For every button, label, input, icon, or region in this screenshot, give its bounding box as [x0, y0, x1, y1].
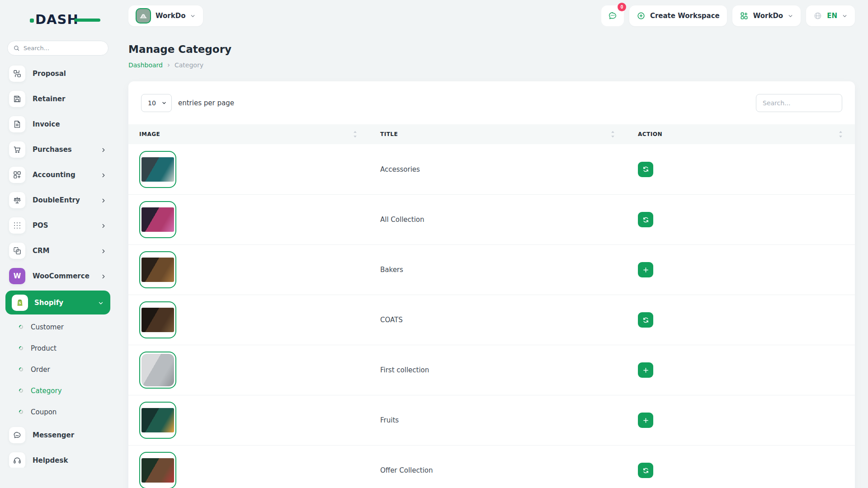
- image-cell: [128, 301, 369, 338]
- thumbnail-image: [142, 308, 174, 332]
- title-cell: Fruits: [369, 416, 627, 424]
- sync-category-button[interactable]: [638, 162, 653, 177]
- table-row: Offer Collection: [128, 445, 855, 488]
- thumbnail-image: [142, 458, 174, 483]
- sidebar-item-accounting[interactable]: Accounting: [0, 162, 116, 188]
- chevron-right-icon: [100, 146, 107, 153]
- topbar: WorkDo 0 Create Workspace WorkDo: [128, 0, 855, 32]
- table-row: COATS: [128, 295, 855, 345]
- sort-arrows-icon[interactable]: [353, 130, 358, 138]
- category-table-card: 10 entries per page IMAGETITLEACTION Acc…: [128, 81, 855, 488]
- sidebar-subitem-coupon[interactable]: Coupon: [0, 401, 116, 422]
- thumbnail-image: [142, 408, 174, 432]
- sidebar-item-messenger[interactable]: Messenger: [0, 422, 116, 448]
- sidebar-item-shopify[interactable]: SShopify: [5, 291, 110, 314]
- entries-per-page-value: 10: [148, 99, 156, 107]
- chevron-right-icon: [100, 248, 107, 254]
- add-category-button[interactable]: [638, 413, 653, 428]
- sidebar-item-label: WooCommerce: [33, 272, 100, 280]
- plus-circle-icon: [637, 11, 646, 20]
- add-category-button[interactable]: [638, 262, 653, 277]
- sidebar-subitem-order[interactable]: Order: [0, 359, 116, 380]
- sidebar-item-invoice[interactable]: Invoice: [0, 112, 116, 137]
- category-thumbnail: [139, 201, 176, 238]
- sidebar-item-label: Shopify: [34, 299, 98, 307]
- sync-category-button[interactable]: [638, 463, 653, 478]
- topbar-actions: 0 Create Workspace WorkDo EN: [601, 5, 855, 26]
- category-thumbnail: [139, 352, 176, 389]
- column-header-image[interactable]: IMAGE: [128, 124, 369, 144]
- logo-dash-accent: [74, 19, 100, 22]
- language-code: EN: [827, 12, 837, 20]
- plus-icon: [642, 366, 650, 374]
- bullet-icon: [18, 324, 24, 330]
- breadcrumb-dashboard-link[interactable]: Dashboard: [128, 61, 163, 69]
- sidebar-item-pos[interactable]: POS: [0, 213, 116, 238]
- bullet-icon: [18, 388, 24, 394]
- action-cell: [627, 262, 855, 277]
- sidebar-item-label: Proposal: [33, 70, 107, 78]
- plus-icon: [642, 417, 650, 424]
- entries-per-page-select[interactable]: 10: [141, 94, 172, 112]
- column-header-title[interactable]: TITLE: [369, 124, 627, 144]
- chevron-right-icon: [100, 273, 107, 279]
- chevron-right-icon: [100, 222, 107, 229]
- chevron-down-icon: [161, 100, 167, 106]
- column-header-label: ACTION: [638, 131, 662, 137]
- sidebar-item-woocommerce[interactable]: WWooCommerce: [0, 263, 116, 289]
- refresh-icon: [642, 216, 650, 224]
- sidebar-item-label: POS: [33, 221, 100, 230]
- messages-button[interactable]: 0: [601, 5, 624, 26]
- thumbnail-image: [142, 258, 174, 282]
- table-header-row: IMAGETITLEACTION: [128, 124, 855, 144]
- sync-category-button[interactable]: [638, 312, 653, 328]
- sidebar-item-purchases[interactable]: Purchases: [0, 137, 116, 162]
- sidebar: DASH ProposalRetainerInvoicePurchasesAcc…: [0, 0, 116, 488]
- logo-text: DASH: [35, 13, 79, 26]
- bullet-icon: [18, 409, 24, 415]
- sort-arrows-icon[interactable]: [610, 130, 615, 138]
- sidebar-subitem-label: Coupon: [31, 408, 57, 416]
- purchases-icon: [9, 141, 25, 158]
- table-search-input[interactable]: [756, 94, 842, 112]
- sidebar-subitem-category[interactable]: Category: [0, 380, 116, 401]
- chevron-down-icon: [788, 13, 793, 19]
- sidebar-item-label: Helpdesk: [33, 456, 107, 465]
- action-cell: [627, 162, 855, 177]
- workspace-switcher[interactable]: WorkDo: [128, 5, 203, 26]
- chevron-right-icon: [100, 197, 107, 203]
- sidebar-item-retainer[interactable]: Retainer: [0, 86, 116, 112]
- category-table: IMAGETITLEACTION AccessoriesAll Collecti…: [128, 124, 855, 488]
- sidebar-item-label: Invoice: [33, 120, 107, 128]
- sidebar-search[interactable]: [7, 41, 108, 56]
- sync-category-button[interactable]: [638, 212, 653, 227]
- messages-badge: 0: [618, 3, 626, 11]
- app-logo[interactable]: DASH: [30, 12, 89, 27]
- refresh-icon: [642, 165, 650, 173]
- sidebar-item-doubleentry[interactable]: DoubleEntry: [0, 188, 116, 213]
- woocommerce-icon: W: [9, 268, 25, 284]
- sidebar-item-crm[interactable]: CRM: [0, 238, 116, 263]
- image-cell: [128, 151, 369, 188]
- chevron-down-icon: [842, 13, 848, 19]
- sidebar-subitem-customer[interactable]: Customer: [0, 316, 116, 338]
- language-selector[interactable]: EN: [806, 5, 855, 26]
- helpdesk-icon: [9, 452, 25, 468]
- workdo-menu-button[interactable]: WorkDo: [732, 5, 801, 26]
- proposal-icon: [9, 66, 25, 82]
- column-header-action[interactable]: ACTION: [627, 124, 855, 144]
- sort-arrows-icon[interactable]: [838, 130, 843, 138]
- create-workspace-button[interactable]: Create Workspace: [629, 5, 727, 26]
- sidebar-search-input[interactable]: [24, 45, 103, 52]
- add-category-button[interactable]: [638, 362, 653, 378]
- thumbnail-image: [142, 157, 174, 182]
- sidebar-item-helpdesk[interactable]: Helpdesk: [0, 448, 116, 468]
- sidebar-subitem-label: Order: [31, 366, 50, 374]
- sidebar-item-proposal[interactable]: Proposal: [0, 61, 116, 86]
- action-cell: [627, 463, 855, 478]
- pos-icon: [9, 217, 25, 234]
- svg-text:S: S: [19, 301, 21, 305]
- title-cell: All Collection: [369, 216, 627, 224]
- logo-dot-accent: [30, 19, 34, 23]
- sidebar-subitem-product[interactable]: Product: [0, 338, 116, 359]
